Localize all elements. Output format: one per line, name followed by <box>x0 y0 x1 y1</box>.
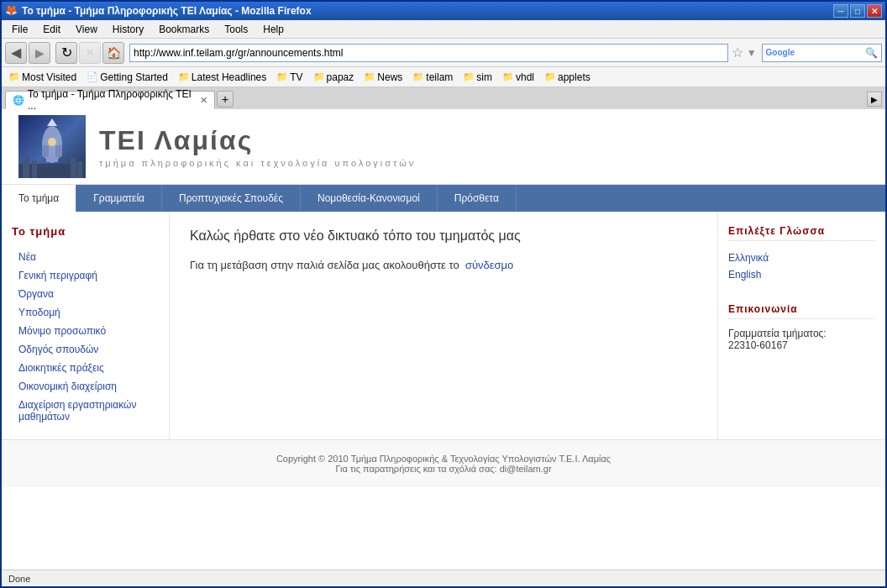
sidebar-item-diaxeirisi[interactable]: Διαχείριση εργαστηριακών μαθημάτων <box>12 396 159 426</box>
menu-view[interactable]: View <box>69 22 104 37</box>
main-content-area: Το τμήμα Νέα Γενική περιγραφή Όργανα Υπο… <box>2 212 885 439</box>
bookmark-label: sim <box>476 71 492 83</box>
site-header: ΤΕΙ Λαμίας τμήμα πληροφορικής και τεχνολ… <box>2 109 885 185</box>
address-arrow[interactable]: ▼ <box>747 47 757 59</box>
nav-item-nomothesia[interactable]: Νομοθεσία-Κανονισμοί <box>301 185 438 212</box>
tab-bar: 🌐 Το τμήμα - Τμήμα Πληροφορικής ΤΕΙ ... … <box>2 87 885 109</box>
stop-button[interactable]: ✕ <box>79 42 101 64</box>
svg-rect-11 <box>77 161 82 178</box>
bookmark-teilam[interactable]: 📁 teilam <box>409 71 456 84</box>
sidebar-item-ypodomi[interactable]: Υποδομή <box>12 303 159 322</box>
site-title: ΤΕΙ Λαμίας <box>99 125 416 156</box>
contact-section-title: Επικοινωνία <box>728 303 875 319</box>
center-content: Καλώς ήρθατε στο νέο δικτυακό τόπο του τ… <box>170 212 717 439</box>
bookmark-latest-headlines[interactable]: 📁 Latest Headlines <box>175 71 270 84</box>
paragraph-link[interactable]: σύνδεσμο <box>465 259 513 271</box>
bookmark-label: vhdl <box>516 71 534 83</box>
footer-copyright: Copyright © 2010 Τμήμα Πληροφορικής & Τε… <box>15 454 872 464</box>
site-subtitle: τμήμα πληροφορικής και τεχνολογία υπολογ… <box>99 158 416 168</box>
language-greek[interactable]: Ελληνικά <box>728 249 875 266</box>
search-button[interactable]: 🔍 <box>865 47 878 59</box>
folder-icon: 📁 <box>178 71 190 82</box>
close-button[interactable]: ✕ <box>867 4 882 18</box>
bookmark-label: TV <box>290 71 302 83</box>
bookmark-label: applets <box>558 71 590 83</box>
nav-item-prostheta[interactable]: Πρόσθετα <box>438 185 517 212</box>
bookmarks-bar: 📁 Most Visited 📄 Getting Started 📁 Lates… <box>2 67 885 87</box>
menu-help[interactable]: Help <box>256 22 291 37</box>
sidebar-item-odigos[interactable]: Οδηγός σπουδών <box>12 340 159 359</box>
bookmark-star[interactable]: ☆ <box>730 45 745 60</box>
contact-section: Επικοινωνία Γραμματεία τμήματος: 22310-6… <box>728 303 875 351</box>
bookmark-sim[interactable]: 📁 sim <box>459 71 496 84</box>
contact-phone: 22310-60167 <box>728 339 875 351</box>
home-button[interactable]: 🏠 <box>102 42 124 64</box>
tab-title: Το τμήμα - Τμήμα Πληροφορικής ΤΕΙ ... <box>28 88 197 112</box>
contact-label: Γραμματεία τμήματος: <box>728 328 875 339</box>
bookmark-getting-started[interactable]: 📄 Getting Started <box>83 71 171 84</box>
tab-favicon: 🌐 <box>13 95 24 106</box>
menu-tools[interactable]: Tools <box>218 22 255 37</box>
svg-point-6 <box>48 138 56 146</box>
menu-bookmarks[interactable]: Bookmarks <box>152 22 216 37</box>
sidebar-item-organa[interactable]: Όργανα <box>12 285 159 303</box>
page-paragraph: Για τη μετάβαση στην παλιά σελίδα μας ακ… <box>190 257 697 275</box>
minimize-button[interactable]: ─ <box>833 4 848 18</box>
svg-rect-4 <box>42 145 49 157</box>
bookmark-label: News <box>377 71 402 83</box>
folder-icon: 📁 <box>463 71 475 82</box>
status-text: Done <box>8 574 30 584</box>
bookmark-label: Most Visited <box>22 71 76 83</box>
menu-edit[interactable]: Edit <box>36 22 67 37</box>
title-bar-buttons: ─ □ ✕ <box>833 4 882 18</box>
title-bar: 🦊 Το τμήμα - Τμήμα Πληροφορικής ΤΕΙ Λαμί… <box>2 2 885 20</box>
nav-item-totmhma[interactable]: Το τμήμα <box>2 185 76 212</box>
folder-icon: 📁 <box>412 71 424 82</box>
footer-contact: Για τις παρατηρήσεις και τα σχόλιά σας: … <box>15 464 872 474</box>
address-input[interactable] <box>129 44 728 62</box>
nav-item-proptychiakes[interactable]: Προπτυχιακές Σπουδές <box>162 185 301 212</box>
bookmark-vhdl[interactable]: 📁 vhdl <box>499 71 538 84</box>
right-panel: Επιλέξτε Γλώσσα Ελληνικά English Επικοιν… <box>717 212 885 439</box>
folder-icon: 📁 <box>544 71 556 82</box>
folder-icon: 📁 <box>8 71 20 82</box>
site-nav-menu: Το τμήμα Γραμματεία Προπτυχιακές Σπουδές… <box>2 185 885 212</box>
svg-rect-10 <box>71 158 76 178</box>
maximize-button[interactable]: □ <box>850 4 865 18</box>
search-container: Google 🔍 <box>762 44 882 62</box>
menu-file[interactable]: File <box>5 22 34 37</box>
language-section-title: Επιλέξτε Γλώσσα <box>728 225 875 241</box>
back-button[interactable]: ◀ <box>5 42 27 64</box>
sidebar-item-geniki[interactable]: Γενική περιγραφή <box>12 266 159 285</box>
svg-rect-8 <box>23 157 29 178</box>
google-logo: Google <box>766 48 795 57</box>
status-bar: Done <box>2 570 885 586</box>
tab-scroll-right[interactable]: ▶ <box>867 92 882 107</box>
sidebar-item-oikonomiki[interactable]: Οικονομική διαχείριση <box>12 377 159 396</box>
bookmark-label: Getting Started <box>100 71 168 83</box>
sidebar-item-monimo[interactable]: Μόνιμο προσωπικό <box>12 322 159 340</box>
forward-button[interactable]: ▶ <box>29 42 50 64</box>
bookmark-applets[interactable]: 📁 applets <box>541 71 594 84</box>
nav-item-grammateia[interactable]: Γραμματεία <box>76 185 162 212</box>
site-title-area: ΤΕΙ Λαμίας τμήμα πληροφορικής και τεχνολ… <box>99 125 416 168</box>
sidebar-item-nea[interactable]: Νέα <box>12 248 159 266</box>
tab-close-button[interactable]: ✕ <box>200 95 207 106</box>
menu-bar: File Edit View History Bookmarks Tools H… <box>2 20 885 39</box>
browser-window: 🦊 Το τμήμα - Τμήμα Πληροφορικής ΤΕΙ Λαμί… <box>0 0 887 588</box>
reload-button[interactable]: ↻ <box>55 42 77 64</box>
folder-icon: 📁 <box>276 71 288 82</box>
svg-rect-5 <box>55 145 62 157</box>
bookmark-papaz[interactable]: 📁 papaz <box>310 71 358 84</box>
menu-history[interactable]: History <box>106 22 150 37</box>
search-input[interactable] <box>796 47 863 59</box>
tab-active[interactable]: 🌐 Το τμήμα - Τμήμα Πληροφορικής ΤΕΙ ... … <box>5 91 215 109</box>
sidebar-item-dioikitikes[interactable]: Διοικητικές πράξεις <box>12 359 159 377</box>
bookmark-most-visited[interactable]: 📁 Most Visited <box>5 71 80 84</box>
title-bar-left: 🦊 Το τμήμα - Τμήμα Πληροφορικής ΤΕΙ Λαμί… <box>5 4 312 18</box>
bookmark-news[interactable]: 📁 News <box>360 71 406 84</box>
language-section: Επιλέξτε Γλώσσα Ελληνικά English <box>728 225 875 283</box>
new-tab-button[interactable]: + <box>217 91 234 108</box>
language-english[interactable]: English <box>728 266 875 283</box>
bookmark-tv[interactable]: 📁 TV <box>273 71 306 84</box>
